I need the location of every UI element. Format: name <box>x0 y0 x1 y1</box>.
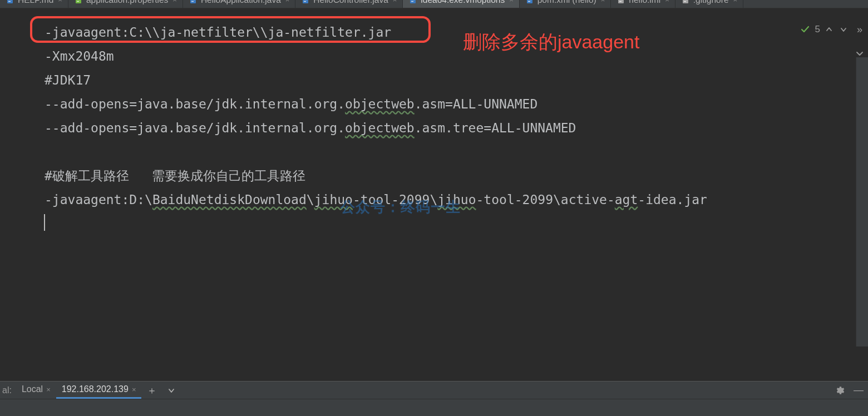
svg-rect-12 <box>303 0 308 3</box>
inspection-status: 5 <box>801 24 849 35</box>
file-icon <box>617 0 625 4</box>
file-icon <box>301 0 310 4</box>
editor-tab-label: .gitignore <box>693 0 729 8</box>
inspection-check-icon <box>801 25 810 34</box>
editor-line[interactable]: -Xmx2048m <box>45 44 835 68</box>
editor-tab-label: HelloApplication.java <box>201 0 281 8</box>
svg-rect-20 <box>527 0 532 3</box>
editor-tab-label: pom.xml (hello) <box>537 0 596 8</box>
inspection-count: 5 <box>815 24 820 35</box>
svg-rect-11 <box>191 1 194 2</box>
editor-tab-label: idea64.exe.vmoptions <box>421 0 505 8</box>
editor-tab-bar: HELP.md×application.properties×HelloAppl… <box>0 0 868 8</box>
editor-tab[interactable]: idea64.exe.vmoptions× <box>403 0 519 8</box>
svg-rect-23 <box>528 1 530 2</box>
close-icon[interactable]: × <box>132 385 136 394</box>
close-icon[interactable]: × <box>509 0 514 8</box>
terminal-settings-icon[interactable] <box>830 385 849 395</box>
tabs-overflow-icon[interactable]: » <box>857 24 862 36</box>
editor-tab[interactable]: HELP.md× <box>0 0 68 8</box>
file-icon <box>6 0 14 4</box>
svg-rect-16 <box>410 0 416 3</box>
close-icon[interactable]: × <box>665 0 669 8</box>
editor-tab[interactable]: HelloController.java× <box>295 0 403 8</box>
svg-rect-15 <box>304 1 306 2</box>
close-icon[interactable]: × <box>46 385 51 394</box>
editor-line[interactable]: #JDK17 <box>45 68 835 92</box>
editor-tab[interactable]: application.properties× <box>68 0 183 8</box>
close-icon[interactable]: × <box>733 0 738 8</box>
file-icon <box>189 0 198 4</box>
file-icon <box>525 0 534 4</box>
editor-line[interactable]: -javaagent:D:\BaiduNetdiskDownload\jihuo… <box>45 188 835 212</box>
file-icon <box>408 0 417 4</box>
editor-tab[interactable]: .gitignore× <box>675 0 743 8</box>
editor-tab-label: hello.iml <box>629 0 660 8</box>
svg-rect-24 <box>618 0 624 3</box>
editor-line[interactable]: --add-opens=java.base/jdk.internal.org.o… <box>45 92 835 116</box>
editor-overflow-column: » <box>852 24 867 58</box>
editor-tab-label: application.properties <box>86 0 168 8</box>
svg-rect-28 <box>683 0 688 3</box>
svg-rect-4 <box>76 0 81 3</box>
terminal-dropdown-icon[interactable] <box>162 387 180 394</box>
file-icon <box>681 0 690 4</box>
close-icon[interactable]: × <box>285 0 290 8</box>
editor-area[interactable]: -javaagent:C:\\ja-netfilter\\ja-netfilte… <box>0 8 868 381</box>
editor-line[interactable]: --add-opens=java.base/jdk.internal.org.o… <box>45 116 835 140</box>
terminal-tab-label: Local <box>22 384 43 394</box>
editor-tab-label: HelloController.java <box>313 0 388 8</box>
editor-line[interactable] <box>45 140 835 164</box>
svg-rect-3 <box>8 1 11 2</box>
terminal-tab-bar: al: Local×192.168.202.139× ＋ — <box>0 381 868 399</box>
terminal-tab[interactable]: 192.168.202.139× <box>56 382 142 399</box>
terminal-leading-label: al: <box>0 385 16 395</box>
editor-tab[interactable]: pom.xml (hello)× <box>520 0 611 8</box>
editor-tab[interactable]: HelloApplication.java× <box>183 0 295 8</box>
ide-footer <box>0 399 868 416</box>
editor-line[interactable]: -javaagent:C:\\ja-netfilter\\ja-netfilte… <box>45 21 835 44</box>
editor-tab[interactable]: hello.iml× <box>611 0 675 8</box>
terminal-tab[interactable]: Local× <box>16 382 56 399</box>
close-icon[interactable]: × <box>172 0 177 8</box>
file-icon <box>74 0 83 4</box>
close-icon[interactable]: × <box>393 0 397 8</box>
inspection-next-icon[interactable] <box>840 26 849 33</box>
terminal-minimize-icon[interactable]: — <box>849 384 868 396</box>
svg-rect-31 <box>684 1 686 2</box>
terminal-tab-label: 192.168.202.139 <box>62 384 129 394</box>
editor-line[interactable]: #破解工具路径 需要换成你自己的工具路径 <box>45 164 835 188</box>
svg-rect-7 <box>77 1 79 2</box>
reader-mode-icon[interactable] <box>856 50 864 58</box>
editor-line[interactable] <box>45 212 835 236</box>
svg-rect-8 <box>190 0 196 3</box>
editor-content[interactable]: -javaagent:C:\\ja-netfilter\\ja-netfilte… <box>45 21 835 236</box>
editor-tab-label: HELP.md <box>18 0 53 8</box>
right-tool-strip[interactable] <box>856 57 868 346</box>
text-caret <box>44 214 45 231</box>
svg-rect-0 <box>7 0 13 3</box>
terminal-new-tab-button[interactable]: ＋ <box>141 384 162 397</box>
close-icon[interactable]: × <box>58 0 62 8</box>
svg-rect-19 <box>411 1 413 2</box>
inspection-prev-icon[interactable] <box>826 26 835 33</box>
close-icon[interactable]: × <box>601 0 605 8</box>
svg-rect-27 <box>619 1 622 2</box>
